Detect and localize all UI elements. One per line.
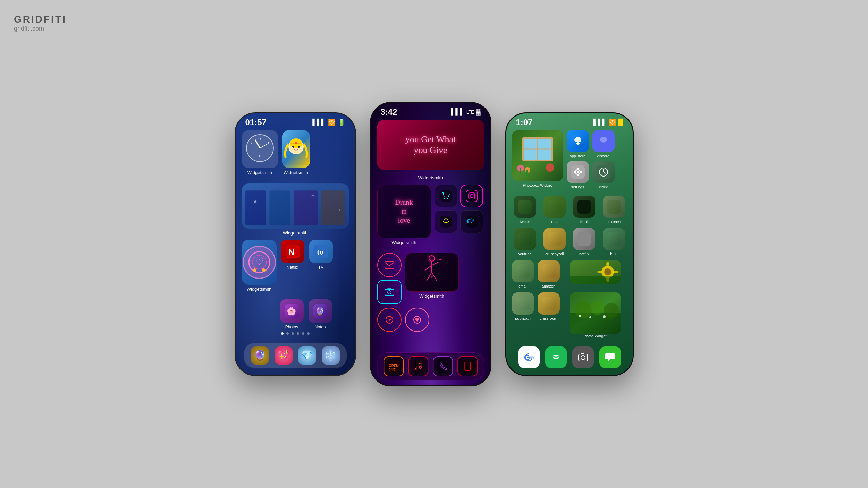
youtube3-icon[interactable] <box>514 228 536 250</box>
svg-point-19 <box>262 268 266 272</box>
insta3-icon[interactable] <box>543 196 566 218</box>
neon-banner[interactable]: you Get What you Give <box>377 120 484 170</box>
dot-6 <box>307 332 310 335</box>
yt3-svg <box>518 232 532 246</box>
gmail3-icon[interactable] <box>512 260 534 282</box>
tv-icon[interactable]: tv <box>309 240 333 263</box>
cam-dock-svg <box>576 351 590 364</box>
battery-icon: 🔋 <box>338 119 345 126</box>
svg-rect-78 <box>577 174 579 176</box>
settings-icon[interactable] <box>567 161 589 183</box>
cart-svg <box>440 190 452 202</box>
svg-rect-77 <box>577 168 579 170</box>
phone1-widgets-row1: 12 3 6 9 Widgetsmith <box>242 130 349 179</box>
neon-dock-music[interactable]: ♥ <box>408 356 428 376</box>
notes-icon[interactable]: 🔮 <box>309 299 332 323</box>
svg-point-6 <box>295 142 297 144</box>
hu3-svg <box>607 232 621 246</box>
settings-label: settings <box>571 185 584 189</box>
svg-point-18 <box>253 268 256 272</box>
neon-banner-wrap: you Get What you Give Widgetsmith <box>377 120 484 185</box>
cart-icon[interactable] <box>435 185 457 207</box>
dock-icon-4[interactable]: ❄️ <box>322 346 340 365</box>
play-neon-icon[interactable] <box>377 308 402 332</box>
photo-widget3[interactable] <box>570 260 621 284</box>
svg-text:✦: ✦ <box>338 208 341 212</box>
phone2-status-bar: 3:42 ▌▌▌ LTE ▓ <box>371 103 490 120</box>
group-widget[interactable]: ✦ ✦ ✦ <box>242 183 349 229</box>
snapchat-icon[interactable] <box>435 210 457 233</box>
netflix-icon[interactable]: N <box>281 240 304 263</box>
camera-dock-icon[interactable] <box>572 346 594 368</box>
pinterest3-icon[interactable] <box>603 196 625 218</box>
tiktok3-icon[interactable] <box>573 196 595 218</box>
neon-dock-phone[interactable] <box>433 356 453 376</box>
clock-face: 12 3 6 9 <box>246 134 274 162</box>
discord-wrap: discord <box>592 130 615 158</box>
dock-icon-3[interactable]: 💎 <box>298 346 316 365</box>
photos-icon[interactable]: 🌸 <box>280 299 304 323</box>
messages-dock-icon[interactable] <box>599 346 621 368</box>
classroom3-icon[interactable] <box>538 292 560 315</box>
hulu3-wrap: hulu <box>603 228 625 256</box>
spotify-dock-icon[interactable] <box>545 346 567 368</box>
camera-neon-icon[interactable] <box>377 280 402 304</box>
phone1-dock: 🔮 💖 💎 ❄️ <box>244 343 347 368</box>
appstore-icon[interactable] <box>567 130 589 152</box>
sailor-widget[interactable] <box>282 130 310 168</box>
svg-point-47 <box>431 276 433 278</box>
svg-point-108 <box>575 301 592 318</box>
appstore-wrap: app store <box>567 130 589 158</box>
heart-widget[interactable]: ♡ <box>242 240 277 285</box>
clock-widget[interactable]: 12 3 6 9 <box>242 130 278 168</box>
phone-svg <box>437 360 449 373</box>
tv-label: TV <box>318 265 323 270</box>
drunk-widget[interactable]: Drunk in love <box>377 185 431 238</box>
svg-line-44 <box>432 262 439 265</box>
pi3-svg <box>607 200 621 214</box>
discord-icon[interactable] <box>592 130 615 152</box>
in3-svg <box>548 200 562 214</box>
clock-9: 9 <box>251 141 252 144</box>
group-image: ✦ ✦ ✦ <box>242 183 349 229</box>
photo-widget3-wrap <box>563 260 627 284</box>
svg-point-29 <box>444 198 445 199</box>
twitter-neon-icon[interactable] <box>460 210 483 233</box>
twitter3-icon[interactable] <box>514 196 536 218</box>
top-right-apps: app store <box>567 130 589 191</box>
photo-b-svg <box>570 292 621 334</box>
instagram-icon[interactable] <box>460 185 483 207</box>
netflix-svg: N <box>286 245 300 258</box>
svg-rect-91 <box>548 232 562 246</box>
clock-icon[interactable] <box>592 161 615 183</box>
photo-widget3b[interactable] <box>570 292 621 334</box>
dock-icon-1[interactable]: 🔮 <box>251 346 269 365</box>
photos-app-wrap: 🌸 Photos <box>279 299 304 329</box>
dock-icon-2[interactable]: 💖 <box>275 346 293 365</box>
google-dock-icon[interactable]: G <box>518 346 540 368</box>
mail-neon-icon[interactable] <box>377 253 402 277</box>
netflix3-icon[interactable] <box>573 228 595 250</box>
tiktok3-label: tiktok <box>580 220 589 224</box>
netflix-app-wrap: N Netflix <box>280 240 305 270</box>
dance-wrap: Widgetsmith <box>405 253 459 303</box>
svg-point-98 <box>604 268 611 275</box>
svg-text:tv: tv <box>317 248 324 257</box>
svg-rect-11 <box>321 190 345 225</box>
neon-dock-open[interactable]: OPEN 24/7 <box>384 356 404 376</box>
photobox-widget[interactable] <box>512 130 563 181</box>
crunchyroll3-icon[interactable] <box>543 228 566 250</box>
amazon3-icon[interactable] <box>538 260 560 282</box>
nature-left-apps: gmail amazon <box>512 260 560 288</box>
svg-point-3 <box>292 146 294 148</box>
svg-rect-121 <box>581 353 584 354</box>
dance-widget[interactable] <box>405 253 459 292</box>
svg-rect-87 <box>548 200 562 214</box>
heart-neon-icon[interactable] <box>405 308 429 332</box>
neon-dock-phone2[interactable] <box>457 356 478 376</box>
twitter3-label: twitter <box>520 220 530 224</box>
hulu3-icon[interactable] <box>603 228 625 250</box>
neon-apps-grid <box>435 185 483 249</box>
svg-text:OPEN: OPEN <box>389 364 398 368</box>
puplipath3-icon[interactable] <box>512 292 534 315</box>
